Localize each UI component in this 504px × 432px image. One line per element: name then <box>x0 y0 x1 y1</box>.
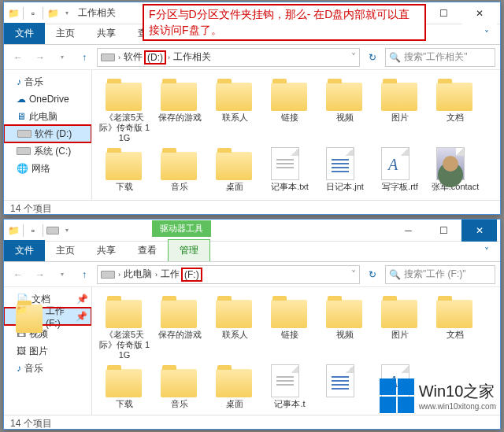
breadcrumb-seg[interactable]: 此电脑 <box>124 268 152 281</box>
file-item[interactable]: 张军.contact <box>428 144 483 200</box>
txt-icon <box>271 147 309 180</box>
file-item[interactable]: 文档 <box>428 292 483 361</box>
file-item[interactable]: 日记本.jnt <box>317 144 372 200</box>
sidebar-item[interactable]: ♪音乐 <box>4 360 91 377</box>
sidebar-item[interactable]: 🖥此电脑 <box>4 108 91 125</box>
file-item[interactable]: A写字板.rtf <box>372 144 428 200</box>
tab-file[interactable]: 文件 <box>4 23 45 44</box>
chevron-right-icon[interactable]: › <box>118 271 120 279</box>
back-button[interactable]: ← <box>9 48 28 67</box>
file-item[interactable]: 联系人 <box>207 75 262 144</box>
file-item[interactable]: 视频 <box>317 75 372 144</box>
file-item[interactable]: 桌面 <box>207 144 262 200</box>
pin-icon[interactable]: 📌 <box>76 311 87 322</box>
breadcrumb-seg[interactable]: 工作相关 <box>173 50 211 64</box>
address-bar[interactable]: › 软件 (D:) › 工作相关 ˅ <box>97 48 360 67</box>
file-item-label: 下载 <box>116 182 133 192</box>
refresh-button[interactable]: ↻ <box>363 48 382 67</box>
breadcrumb-seg-highlighted[interactable]: (F:) <box>183 269 201 280</box>
file-item-label: 桌面 <box>226 182 243 192</box>
search-input[interactable]: 🔍搜索"工作相关" <box>385 48 495 67</box>
search-input[interactable]: 🔍搜索"工作 (F:)" <box>385 265 495 284</box>
sidebar-item[interactable]: 系统 (C:) <box>4 142 91 160</box>
file-item[interactable]: 记事本.txt <box>262 144 317 200</box>
chevron-down-icon[interactable]: ▾ <box>61 224 73 237</box>
file-item[interactable]: 下载 <box>97 361 152 415</box>
tab-file[interactable]: 文件 <box>4 240 45 261</box>
folder-icon <box>161 78 198 111</box>
file-item[interactable]: 链接 <box>262 75 317 144</box>
tab-view[interactable]: 查看 <box>127 240 168 261</box>
refresh-button[interactable]: ↻ <box>363 265 382 284</box>
address-dropdown-icon[interactable]: ˅ <box>351 52 356 63</box>
tab-home[interactable]: 主页 <box>45 23 86 44</box>
folder-icon <box>216 78 254 111</box>
folder-icon <box>106 364 143 397</box>
file-item[interactable] <box>317 361 372 415</box>
folder-icon <box>436 295 474 328</box>
file-item[interactable]: 文档 <box>428 75 483 144</box>
tab-manage[interactable]: 管理 <box>168 239 210 261</box>
folder-icon <box>161 364 198 397</box>
chevron-right-icon[interactable]: › <box>155 271 158 279</box>
file-item[interactable]: 图片 <box>372 75 428 144</box>
file-item-label: 下载 <box>116 399 133 409</box>
file-item[interactable]: 保存的游戏 <box>152 75 207 144</box>
file-item[interactable]: 《老滚5天际》传奇版 11G <box>97 292 152 361</box>
tab-share[interactable]: 共享 <box>86 23 127 44</box>
close-button[interactable]: ✕ <box>461 220 497 242</box>
breadcrumb-seg-highlighted[interactable]: (D:) <box>146 52 165 63</box>
file-item[interactable]: 音乐 <box>152 144 207 200</box>
maximize-button[interactable]: ☐ <box>426 220 461 242</box>
maximize-button[interactable]: ☐ <box>426 2 461 24</box>
up-button[interactable]: ↑ <box>75 265 94 284</box>
file-item-label: 保存的游戏 <box>158 330 202 340</box>
file-item[interactable]: 视频 <box>317 292 372 361</box>
sidebar-item[interactable]: 🌐网络 <box>4 160 91 177</box>
file-item[interactable]: 记事本.t <box>262 361 317 415</box>
content-pane[interactable]: 《老滚5天际》传奇版 11G保存的游戏联系人链接视频图片文档下载音乐桌面记事本.… <box>92 70 500 200</box>
up-button[interactable]: ↑ <box>75 48 94 67</box>
sidebar-item[interactable]: 软件 (D:) <box>4 125 91 142</box>
ribbon-expand-button[interactable]: ˅ <box>473 242 500 261</box>
history-button[interactable]: ▾ <box>53 265 72 284</box>
file-item[interactable]: 图片 <box>372 292 428 361</box>
forward-button[interactable]: → <box>31 48 50 67</box>
minimize-button[interactable]: ─ <box>391 220 426 242</box>
close-button[interactable]: ✕ <box>461 2 497 24</box>
pin-icon[interactable]: 📌 <box>76 294 88 305</box>
sidebar-item[interactable]: ☁OneDrive <box>4 90 91 108</box>
breadcrumb-seg[interactable]: 软件 <box>124 50 143 64</box>
file-item[interactable]: 联系人 <box>207 292 262 361</box>
separator <box>23 224 24 237</box>
ribbon-expand-button[interactable]: ˅ <box>473 25 500 44</box>
properties-icon[interactable]: ▫ <box>27 7 39 20</box>
sidebar-item[interactable]: 📁工作 (F:)📌 <box>4 308 91 325</box>
folder-icon <box>106 78 143 111</box>
sidebar-item[interactable]: ♪音乐 <box>4 73 91 90</box>
chevron-right-icon[interactable]: › <box>118 54 120 61</box>
file-item[interactable]: 《老滚5天际》传奇版 11G <box>97 75 152 144</box>
folder-small-icon: 📁 <box>46 7 59 20</box>
forward-button[interactable]: → <box>31 265 50 284</box>
chevron-down-icon[interactable]: ▾ <box>61 7 73 20</box>
breadcrumb-seg[interactable]: 工作 <box>161 268 180 281</box>
jnt-icon <box>326 364 364 397</box>
address-bar[interactable]: › 此电脑 › 工作 (F:) ˅ <box>97 265 360 284</box>
history-button[interactable]: ▾ <box>53 48 72 67</box>
file-item[interactable]: 保存的游戏 <box>152 292 207 361</box>
titlebar[interactable]: 📁 ▫ ▾ 工作 (F:) ─ ☐ ✕ <box>4 220 500 242</box>
tab-share[interactable]: 共享 <box>86 240 127 261</box>
body: ♪音乐 ☁OneDrive 🖥此电脑软件 (D:) 系统 (C:) 🌐网络 《老… <box>4 70 500 200</box>
tab-home[interactable]: 主页 <box>45 240 86 261</box>
file-item[interactable]: 链接 <box>262 292 317 361</box>
chevron-right-icon[interactable]: › <box>168 54 170 61</box>
back-button[interactable]: ← <box>9 265 28 284</box>
file-item[interactable]: 音乐 <box>152 361 207 415</box>
separator <box>23 7 24 20</box>
file-item[interactable]: 桌面 <box>207 361 262 415</box>
sidebar-item[interactable]: 🖼图片 <box>4 342 91 360</box>
properties-icon[interactable]: ▫ <box>27 224 39 237</box>
address-dropdown-icon[interactable]: ˅ <box>351 269 356 280</box>
file-item[interactable]: 下载 <box>97 144 152 200</box>
